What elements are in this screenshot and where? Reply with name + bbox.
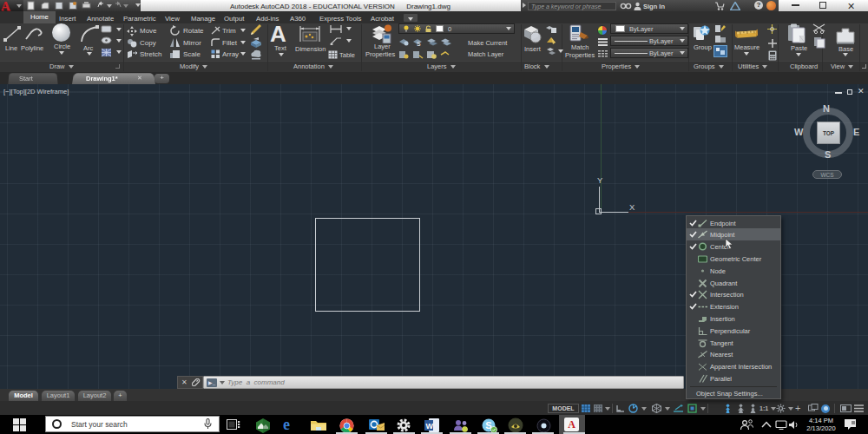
svg-text:W: W xyxy=(425,422,433,431)
